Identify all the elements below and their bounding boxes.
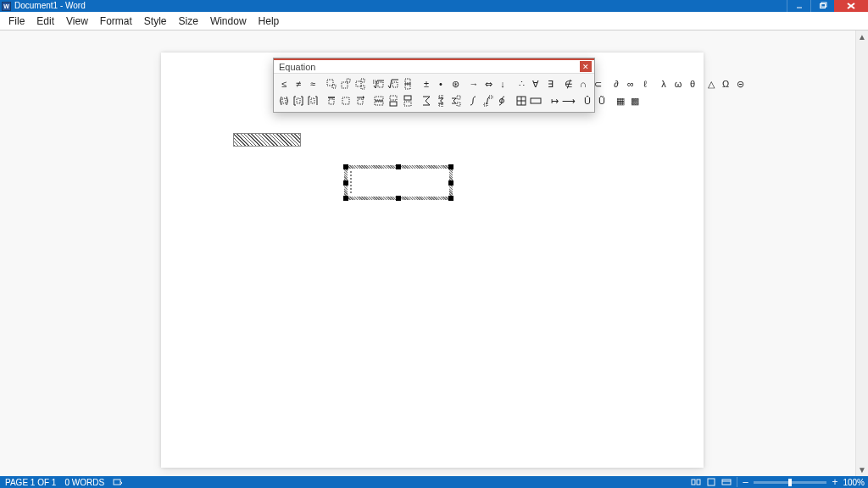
maximize-button[interactable] xyxy=(810,0,834,12)
eq-forall-button[interactable]: ∀ xyxy=(529,76,542,92)
eq-mapsto-button[interactable]: ↦ xyxy=(548,93,561,108)
eq-sqrt-button[interactable] xyxy=(387,76,400,92)
eq-ceil-button[interactable] xyxy=(306,93,320,108)
eq-downcirc-button[interactable]: Ũ xyxy=(595,93,609,108)
eq-oint-button[interactable] xyxy=(496,93,509,108)
equation-toolbar-row-1: ≤≠≈±•⊛→⇔↓∴∀∃∉∩⊂∂∞ℓλωθ△Ω⊝ xyxy=(276,75,592,92)
resize-handle[interactable] xyxy=(343,180,348,186)
eq-int-button[interactable] xyxy=(467,93,481,108)
minimize-button[interactable] xyxy=(787,0,810,12)
eq-infty-button[interactable]: ∞ xyxy=(624,76,637,92)
eq-boxover-button[interactable] xyxy=(387,93,400,108)
menu-size[interactable]: Size xyxy=(174,14,203,29)
eq-sumlimits-button[interactable] xyxy=(434,93,448,108)
svg-rect-46 xyxy=(697,480,700,485)
eq-subsup-button[interactable] xyxy=(353,76,367,92)
equation-toolbar-close[interactable]: ✕ xyxy=(580,61,592,72)
resize-handle[interactable] xyxy=(343,196,348,201)
eq-subset-icon: ⊂ xyxy=(594,80,602,89)
eq-partial-button[interactable]: ∂ xyxy=(609,76,623,92)
zoom-slider[interactable] xyxy=(754,481,826,484)
eq-ell-icon: ℓ xyxy=(643,80,647,89)
eq-sub-button[interactable] xyxy=(325,76,338,92)
menu-help[interactable]: Help xyxy=(253,14,285,29)
eq-exists-button[interactable]: ∃ xyxy=(543,76,557,92)
eq-intlimits-button[interactable] xyxy=(481,93,495,108)
eq-frac-button[interactable] xyxy=(401,76,415,92)
menu-edit[interactable]: Edit xyxy=(31,14,59,29)
zoom-out-button[interactable]: − xyxy=(743,476,749,489)
eq-circledtimes-button[interactable]: ⊛ xyxy=(448,76,462,92)
eq-subset-button[interactable]: ⊂ xyxy=(591,76,604,92)
eq-notin-button[interactable]: ∉ xyxy=(562,76,576,92)
zoom-in-button[interactable]: + xyxy=(832,476,837,488)
eq-cap-button[interactable]: ∩ xyxy=(576,76,590,92)
menu-window[interactable]: Window xyxy=(205,14,252,29)
menu-style[interactable]: Style xyxy=(139,14,172,29)
eq-sup-button[interactable] xyxy=(339,76,353,92)
scroll-down-icon[interactable]: ▼ xyxy=(856,463,868,476)
eq-plusminus-button[interactable]: ± xyxy=(420,76,433,92)
eq-ell-button[interactable]: ℓ xyxy=(638,76,652,92)
status-page[interactable]: PAGE 1 OF 1 xyxy=(5,478,56,487)
eq-box-button[interactable] xyxy=(339,93,353,108)
eq-triangle-button[interactable]: △ xyxy=(704,76,718,92)
document-page[interactable] xyxy=(161,53,704,468)
eq-longright-button[interactable]: ⟶ xyxy=(562,93,576,108)
eq-Omega-button[interactable]: Ω xyxy=(719,76,732,92)
equation-object-selected[interactable] xyxy=(344,165,453,200)
eq-boxunder-button[interactable] xyxy=(401,93,415,108)
scroll-track[interactable] xyxy=(856,43,868,463)
menu-format[interactable]: Format xyxy=(95,14,137,29)
resize-handle[interactable] xyxy=(343,164,348,169)
eq-bracket-button[interactable] xyxy=(292,93,305,108)
eq-fracbox-button[interactable] xyxy=(372,93,386,108)
eq-downarrow-button[interactable]: ↓ xyxy=(496,76,509,92)
eq-lambda-button[interactable]: λ xyxy=(657,76,670,92)
resize-handle[interactable] xyxy=(396,164,401,169)
eq-grid-button[interactable]: ▩ xyxy=(628,93,642,108)
resize-handle[interactable] xyxy=(448,196,453,201)
eq-theta-button[interactable]: θ xyxy=(686,76,699,92)
svg-rect-9 xyxy=(356,81,361,86)
eq-approx-button[interactable]: ≈ xyxy=(306,76,320,92)
eq-sum-button[interactable] xyxy=(420,93,433,108)
eq-dblarrow-button[interactable]: ⇔ xyxy=(481,76,495,92)
eq-cdot-button[interactable]: • xyxy=(434,76,448,92)
eq-leq-button[interactable]: ≤ xyxy=(277,76,291,92)
zoom-level[interactable]: 100% xyxy=(843,478,865,487)
menu-view[interactable]: View xyxy=(61,14,93,29)
eq-omega-button[interactable]: ω xyxy=(671,76,685,92)
eq-wideframe-button[interactable] xyxy=(529,93,542,108)
readmode-icon[interactable] xyxy=(691,478,701,486)
eq-rightarrow-button[interactable]: → xyxy=(467,76,481,92)
menu-file[interactable]: File xyxy=(3,14,30,29)
resize-handle[interactable] xyxy=(448,180,453,186)
menubar: File Edit View Format Style Size Window … xyxy=(0,12,868,30)
vertical-scrollbar[interactable]: ▲ ▼ xyxy=(855,30,868,476)
close-button[interactable] xyxy=(834,0,868,12)
eq-neq-button[interactable]: ≠ xyxy=(292,76,305,92)
resize-handle[interactable] xyxy=(448,164,453,169)
eq-sumsubsup-button[interactable] xyxy=(448,93,462,108)
resize-handle[interactable] xyxy=(396,196,401,201)
eq-Omega-icon: Ω xyxy=(722,80,729,89)
status-words[interactable]: 0 WORDS xyxy=(64,478,104,487)
eq-therefore-button[interactable]: ∴ xyxy=(515,76,528,92)
eq-matrix1-button[interactable] xyxy=(515,93,528,108)
eq-circledminus-button[interactable]: ⊝ xyxy=(733,76,747,92)
image-placeholder[interactable] xyxy=(233,133,301,147)
equation-toolbar-titlebar[interactable]: Equation ✕ xyxy=(274,58,594,73)
equation-toolbar[interactable]: Equation ✕ ≤≠≈±•⊛→⇔↓∴∀∃∉∩⊂∂∞ℓλωθ△Ω⊝ ↦⟶ÛŨ… xyxy=(273,58,595,113)
spellcheck-icon[interactable] xyxy=(113,478,123,486)
eq-hash-button[interactable]: ▦ xyxy=(614,93,627,108)
weblayout-icon[interactable] xyxy=(721,478,732,486)
scroll-up-icon[interactable]: ▲ xyxy=(856,30,868,43)
eq-upcirc-button[interactable]: Û xyxy=(581,93,594,108)
printlayout-icon[interactable] xyxy=(706,478,716,486)
eq-vec-button[interactable] xyxy=(353,93,367,108)
eq-bar-button[interactable] xyxy=(325,93,338,108)
eq-nthroot-button[interactable] xyxy=(372,76,386,92)
eq-paren-button[interactable] xyxy=(277,93,291,108)
zoom-slider-knob[interactable] xyxy=(788,479,792,486)
